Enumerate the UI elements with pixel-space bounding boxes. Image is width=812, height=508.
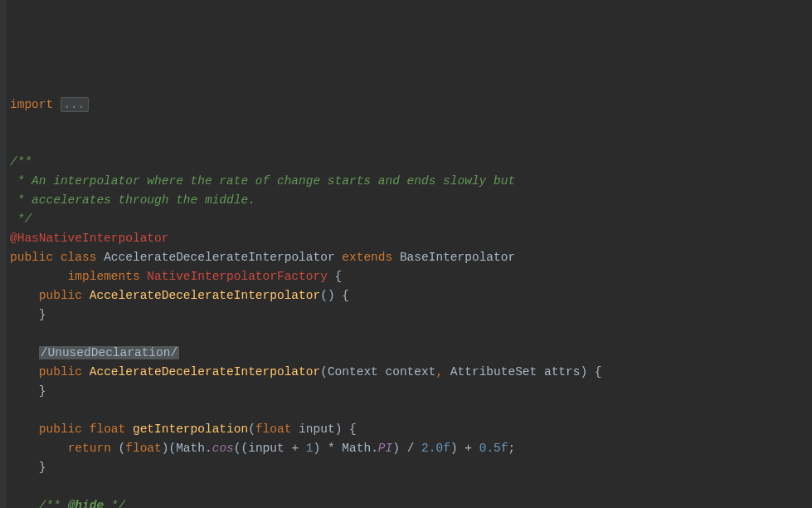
class-name: AccelerateDecelerateInterpolator: [104, 251, 334, 264]
plus2: ) +: [450, 442, 479, 455]
keyword-return: return: [68, 442, 111, 455]
math-class: Math: [176, 442, 205, 455]
semicolon: ;: [508, 442, 516, 455]
gutter: [0, 0, 7, 508]
keyword-public: public: [39, 423, 82, 436]
div: ) /: [392, 442, 421, 455]
keyword-public: public: [10, 251, 53, 264]
code-editor[interactable]: import ... /** * An interpolator where t…: [10, 95, 812, 508]
method-name: getInterpolation: [133, 423, 248, 436]
keyword-float: float: [125, 442, 162, 455]
number-1: 1: [306, 442, 314, 455]
annotation: @HasNativeInterpolator: [10, 232, 168, 245]
keyword-public: public: [39, 365, 82, 379]
keyword-extends: extends: [342, 251, 392, 264]
keyword-implements: implements: [68, 270, 140, 283]
keyword-float: float: [255, 423, 292, 436]
constructor-name: AccelerateDecelerateInterpolator: [90, 289, 320, 302]
javadoc-line: /**: [10, 155, 32, 169]
keyword-import: import: [10, 98, 53, 111]
suppress-comment: /UnusedDeclaration/: [39, 346, 179, 359]
brace: {: [328, 270, 342, 283]
ctor2-attrs: AttributeSet attrs) {: [443, 365, 601, 379]
plus: +: [284, 442, 306, 455]
ctor-sig: () {: [320, 289, 349, 302]
javadoc-hide-close: */: [104, 499, 125, 508]
times: ) *: [314, 442, 343, 455]
brace-close: }: [39, 308, 46, 321]
keyword-float: float: [90, 423, 126, 436]
javadoc-line: * accelerates through the middle.: [10, 193, 255, 207]
interface-name: NativeInterpolatorFactory: [147, 270, 328, 283]
javadoc-hide-open: /**: [39, 499, 68, 508]
number-2: 2.0f: [421, 442, 450, 455]
math-class: Math: [342, 442, 371, 455]
constructor-name: AccelerateDecelerateInterpolator: [90, 365, 320, 379]
param-input: input: [299, 423, 335, 436]
folded-imports[interactable]: ...: [61, 97, 89, 112]
javadoc-hide-tag: @hide: [68, 499, 105, 508]
ctor2-params: (Context context: [320, 365, 435, 379]
brace-close: }: [39, 461, 46, 474]
keyword-class: class: [61, 251, 97, 264]
javadoc-line: * An interpolator where the rate of chan…: [10, 174, 515, 188]
javadoc-line: */: [10, 212, 32, 226]
number-half: 0.5f: [479, 442, 508, 455]
keyword-public: public: [39, 289, 82, 302]
brace-close: }: [39, 384, 46, 398]
pi-field: PI: [378, 442, 392, 455]
superclass-name: BaseInterpolator: [400, 251, 515, 264]
comma: ,: [435, 365, 443, 379]
param-input: input: [248, 442, 284, 455]
close-paren-brace: ) {: [335, 423, 357, 436]
cos-method: cos: [212, 442, 234, 455]
